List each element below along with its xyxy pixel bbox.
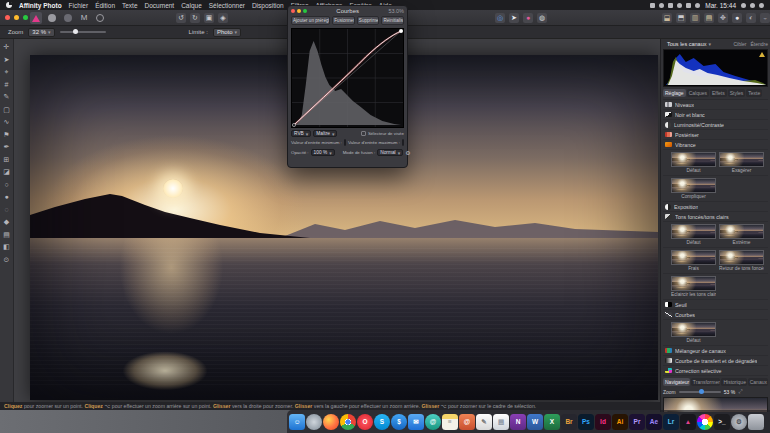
photo-persona-icon[interactable] <box>30 12 42 24</box>
dodge-tool[interactable]: ○ <box>1 180 12 190</box>
navigator-zoom-slider[interactable] <box>679 391 721 393</box>
dock-premiere[interactable]: Pr <box>629 414 645 430</box>
blend-mode-dropdown[interactable]: Normal▾ <box>377 149 403 156</box>
adjustment-post-riser[interactable]: Postériser <box>663 130 768 140</box>
adjustment-preset-retour-de-tons-fonc-s[interactable]: Retour de tons foncés <box>719 250 764 271</box>
tone-mapping-persona-icon[interactable]: M <box>78 12 90 24</box>
channel-dropdown[interactable]: RVB▾ <box>291 130 311 137</box>
dock-textedit[interactable]: ✎ <box>476 414 492 430</box>
paint-brush-tool[interactable]: ✒ <box>1 142 12 152</box>
limit-dropdown[interactable]: Photo▾ <box>213 28 241 37</box>
tab-navigateur[interactable]: Navigateur <box>663 378 690 386</box>
picker-checkbox[interactable] <box>361 131 366 136</box>
dock-mail-orange[interactable]: @ <box>459 414 475 430</box>
lasso-tool[interactable]: ∿ <box>1 117 12 127</box>
curves-dialog-titlebar[interactable]: Courbes 53.0% <box>288 6 407 15</box>
dock-photos-app[interactable] <box>697 414 713 430</box>
dialog-button-supprimer[interactable]: Supprimer <box>357 16 380 25</box>
gear-icon[interactable]: ⚙ <box>405 149 410 156</box>
adjustment-preset-extr-me[interactable]: Extrême <box>719 224 764 245</box>
color-picker-tool[interactable]: ⌖ <box>1 67 12 77</box>
adjustment-preset-d-faut[interactable]: Défaut <box>671 322 716 343</box>
search-icon[interactable] <box>750 3 755 8</box>
preview-icon[interactable]: ◒ <box>760 13 770 23</box>
crop-tool[interactable]: # <box>1 80 12 90</box>
dialog-button-ajouter-un-pr-r-glage[interactable]: Ajouter un préréglage <box>291 16 330 25</box>
opacity-dropdown[interactable]: 100 %▾ <box>311 149 335 156</box>
tab-texte[interactable]: Texte <box>746 89 762 97</box>
navigator-zoom-knob[interactable] <box>699 389 704 394</box>
master-dropdown[interactable]: Maître▾ <box>313 130 337 137</box>
selection-brush-tool[interactable]: ✎ <box>1 92 12 102</box>
dialog-zoom-button[interactable] <box>303 9 307 13</box>
liquify-persona-icon[interactable] <box>46 12 58 24</box>
apple-menu-icon[interactable] <box>6 2 12 8</box>
dock-launchpad[interactable] <box>306 414 322 430</box>
window-minimize-button[interactable] <box>14 15 19 20</box>
adjustment-niveaux[interactable]: Niveaux <box>663 100 768 110</box>
dock-terminal[interactable]: >_ <box>714 414 730 430</box>
window-zoom-button[interactable] <box>23 15 28 20</box>
dock-after-effects[interactable]: Ae <box>646 414 662 430</box>
brush-color-icon[interactable]: ● <box>523 13 533 23</box>
adjustment-courbes[interactable]: Courbes <box>663 310 768 320</box>
adjustment-preset--claircir-les-tons-clairs[interactable]: Éclaircir les tons clairs <box>671 276 716 297</box>
assistant-icon[interactable]: ◈ <box>218 13 228 23</box>
menu-document[interactable]: Document <box>145 2 175 9</box>
menu-sélectionner[interactable]: Sélectionner <box>209 2 245 9</box>
dock-affinity-photo-dock[interactable]: ▲ <box>680 414 696 430</box>
menu-app-name[interactable]: Affinity Photo <box>19 2 62 9</box>
eraser-tool[interactable]: ◪ <box>1 167 12 177</box>
bluetooth-icon[interactable] <box>650 3 655 8</box>
export-persona-icon[interactable] <box>94 12 106 24</box>
adjustment-luminosit-contraste[interactable]: Luminosité/Contraste <box>663 120 768 130</box>
channels-dropdown[interactable]: Tous les canaux▾ <box>663 39 715 48</box>
adjustment-exposition[interactable]: Exposition <box>663 202 768 212</box>
tab-canaux[interactable]: Canaux <box>748 378 768 386</box>
sharpen-tool[interactable]: ◆ <box>1 217 12 227</box>
burn-tool[interactable]: ● <box>1 192 12 202</box>
dock-notes[interactable]: ≡ <box>442 414 458 430</box>
dock-at-app[interactable]: @ <box>425 414 441 430</box>
dock-excel[interactable]: X <box>544 414 560 430</box>
menu-édition[interactable]: Édition <box>95 2 115 9</box>
pointer-icon[interactable]: ➤ <box>509 13 519 23</box>
tab-transformer[interactable]: Transformer <box>691 378 721 386</box>
wifi-icon[interactable] <box>686 3 691 8</box>
dock-document-app[interactable]: ▤ <box>493 414 509 430</box>
move-tool[interactable]: ➤ <box>1 55 12 65</box>
adjustment-preset-exag-rer[interactable]: Exagérer <box>719 152 764 173</box>
dock-photoshop[interactable]: Ps <box>578 414 594 430</box>
color-profile-icon[interactable]: ◎ <box>495 13 505 23</box>
arrange-icon[interactable]: ⬓ <box>662 13 672 23</box>
adjustment-preset-d-faut[interactable]: Défaut <box>671 224 716 245</box>
zoom-percent-dropdown[interactable]: 32 %▾ <box>28 28 54 37</box>
dock-skype[interactable]: S <box>374 414 390 430</box>
dock-indesign[interactable]: Id <box>595 414 611 430</box>
menu-calque[interactable]: Calque <box>181 2 202 9</box>
hand-icon[interactable]: ✥ <box>718 13 728 23</box>
dock-system-preferences[interactable]: ⚙ <box>731 414 747 430</box>
adjustment-seuil[interactable]: Seuil <box>663 300 768 310</box>
menu-clock[interactable]: Mar. 15:44 <box>705 2 736 9</box>
develop-persona-icon[interactable] <box>62 12 74 24</box>
color-wheel-icon[interactable]: ● <box>732 13 742 23</box>
dock-finder[interactable]: ☺ <box>289 414 305 430</box>
tab-effets[interactable]: Effets <box>710 89 727 97</box>
view-tool[interactable]: ✛ <box>1 42 12 52</box>
menu-texte[interactable]: Texte <box>122 2 138 9</box>
histogram-option-étendre[interactable]: Étendre <box>750 41 768 47</box>
histogram-canvas[interactable] <box>663 49 768 87</box>
battery-icon[interactable] <box>677 3 682 8</box>
dock-illustrator[interactable]: Ai <box>612 414 628 430</box>
redo-icon[interactable]: ↻ <box>190 13 200 23</box>
dock-mail[interactable]: ✉ <box>408 414 424 430</box>
adjustment-courbe-de-transfert-et-de-d-grad-s[interactable]: Courbe de transfert et de dégradés <box>663 356 768 366</box>
marquee-tool[interactable]: ▢ <box>1 105 12 115</box>
histogram-option-cibler[interactable]: Cibler <box>733 41 746 47</box>
dock-chrome[interactable] <box>340 414 356 430</box>
align-icon[interactable]: ⬒ <box>676 13 686 23</box>
input-min-field[interactable] <box>344 139 346 146</box>
adjustment-m-langeur-de-canaux[interactable]: Mélangeur de canaux <box>663 346 768 356</box>
window-icon[interactable] <box>695 3 700 8</box>
